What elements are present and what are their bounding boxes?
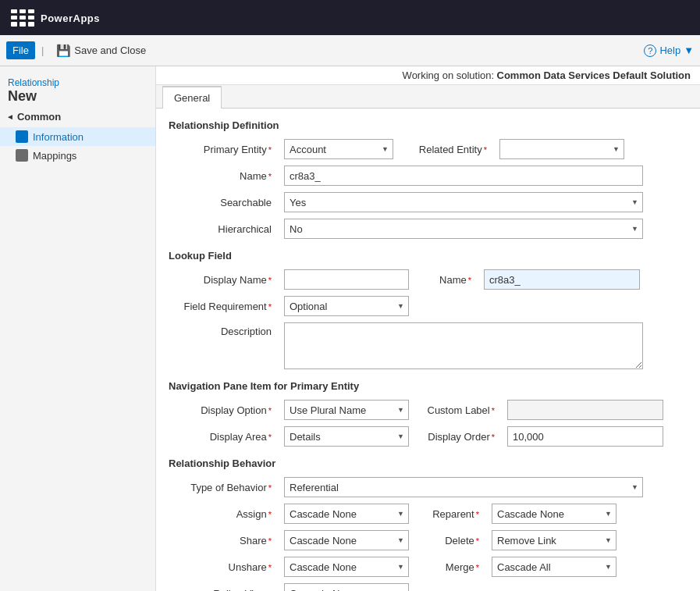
share-required: * (268, 536, 272, 546)
app-title: PowerApps (41, 9, 100, 26)
display-order-label: Display Order* (415, 431, 501, 443)
display-area-row: Display Area* Details Marketing Sales Di… (169, 426, 688, 447)
waffle-icon[interactable] (8, 6, 31, 30)
display-option-select[interactable]: Use Plural Name Use Custom Label Do Not … (284, 400, 409, 420)
description-textarea[interactable] (284, 322, 643, 369)
sidebar-header: Relationship New (0, 73, 155, 106)
primary-entity-select-wrap: Account (284, 139, 393, 159)
sidebar-item-mappings[interactable]: Mappings (0, 146, 155, 165)
display-name-required: * (268, 276, 272, 285)
assign-reparent-row: Assign* Cascade None Cascade All Reparen… (169, 504, 688, 524)
name2-label: Name* (415, 274, 478, 286)
name2-input[interactable]: cr8a3_ (484, 269, 640, 290)
display-option-required: * (268, 406, 272, 415)
delete-label: Delete* (415, 535, 485, 546)
toolbar-left: File | 💾 Save and Close (6, 41, 152, 61)
display-area-select[interactable]: Details Marketing Sales (284, 426, 409, 447)
display-area-select-wrap: Details Marketing Sales (284, 426, 409, 447)
display-option-label: Display Option* (169, 404, 278, 416)
type-behavior-label: Type of Behavior* (169, 482, 278, 493)
primary-entity-select[interactable]: Account (284, 139, 393, 159)
share-delete-row: Share* Cascade None Cascade All Delete* … (169, 530, 688, 550)
content-area: Relationship New ◄ Common Information Ma… (0, 66, 700, 591)
main-panel: Working on solution: Common Data Service… (156, 66, 700, 591)
mappings-icon (16, 149, 28, 162)
sidebar-section-label: Common (17, 111, 61, 123)
primary-entity-row: Primary Entity* Account Related Entity* (169, 139, 688, 159)
primary-entity-label: Primary Entity* (169, 144, 278, 155)
name-input[interactable]: cr8a3_ (284, 166, 643, 186)
rollup-select-wrap: Cascade None Cascade All (284, 583, 409, 591)
related-entity-select-wrap (499, 139, 624, 159)
description-label: Description (169, 322, 278, 337)
rollup-select[interactable]: Cascade None Cascade All (284, 583, 409, 591)
unshare-label: Unshare* (169, 561, 278, 573)
assign-required: * (268, 510, 272, 519)
field-req-required: * (268, 302, 272, 312)
hierarchical-row: Hierarchical No Yes (169, 219, 688, 239)
file-button[interactable]: File (6, 41, 35, 59)
merge-required: * (476, 563, 479, 572)
arrow-icon: ◄ (6, 112, 14, 121)
display-option-select-wrap: Use Plural Name Use Custom Label Do Not … (284, 400, 409, 420)
share-label: Share* (169, 535, 278, 546)
assign-label: Assign* (169, 508, 278, 520)
display-name-label: Display Name* (169, 274, 278, 286)
name-label: Name* (169, 170, 278, 182)
custom-label-required: * (492, 406, 495, 415)
searchable-select[interactable]: Yes No (284, 192, 643, 212)
rel-def-section-title: Relationship Definition (169, 119, 688, 131)
reparent-select-wrap: Cascade None Cascade All (492, 504, 616, 524)
delete-select[interactable]: Remove Link Cascade All Cascade None (492, 530, 616, 550)
type-behavior-required: * (268, 483, 272, 493)
working-on-bar: Working on solution: Common Data Service… (156, 66, 700, 85)
sidebar-item-information[interactable]: Information (0, 127, 155, 146)
sidebar-new-label: New (8, 88, 37, 104)
hierarchical-label: Hierarchical (169, 223, 278, 235)
unshare-merge-row: Unshare* Cascade None Cascade All Merge*… (169, 557, 688, 577)
help-chevron-icon: ▼ (684, 45, 694, 56)
type-behavior-select-wrap: Referential Parental Custom (284, 477, 643, 497)
related-entity-select[interactable] (499, 139, 624, 159)
top-bar: PowerApps (0, 0, 700, 35)
searchable-label: Searchable (169, 197, 278, 208)
custom-label-input[interactable] (507, 400, 663, 420)
name2-required: * (468, 276, 471, 285)
name-required: * (268, 172, 272, 181)
information-icon (16, 130, 28, 143)
help-button[interactable]: ? Help ▼ (644, 45, 694, 57)
primary-entity-required: * (268, 145, 272, 155)
assign-select[interactable]: Cascade None Cascade All (284, 504, 409, 524)
reparent-label: Reparent* (415, 508, 485, 520)
hierarchical-select[interactable]: No Yes (284, 219, 643, 239)
related-entity-required: * (484, 145, 487, 155)
reparent-select[interactable]: Cascade None Cascade All (492, 504, 616, 524)
reparent-required: * (476, 510, 479, 519)
delete-select-wrap: Remove Link Cascade All Cascade None (492, 530, 616, 550)
share-select[interactable]: Cascade None Cascade All (284, 530, 409, 550)
type-behavior-select[interactable]: Referential Parental Custom (284, 477, 643, 497)
form-content: Relationship Definition Primary Entity* … (156, 109, 700, 591)
unshare-select-wrap: Cascade None Cascade All (284, 557, 409, 577)
sidebar: Relationship New ◄ Common Information Ma… (0, 66, 156, 591)
sidebar-item-information-label: Information (33, 131, 84, 143)
field-req-select[interactable]: Optional Required Recommended (284, 296, 409, 316)
display-name-input[interactable] (284, 269, 409, 290)
working-on-label: Working on solution: (403, 69, 495, 81)
field-req-label: Field Requirement* (169, 301, 278, 312)
merge-select[interactable]: Cascade All Cascade None (492, 557, 616, 577)
merge-select-wrap: Cascade All Cascade None (492, 557, 616, 577)
save-close-button[interactable]: 💾 Save and Close (50, 41, 152, 61)
tab-general[interactable]: General (162, 86, 222, 109)
searchable-row: Searchable Yes No (169, 192, 688, 212)
rel-behavior-section-title: Relationship Behavior (169, 457, 688, 469)
display-order-required: * (492, 433, 495, 442)
searchable-select-wrap: Yes No (284, 192, 643, 212)
save-icon: 💾 (56, 44, 71, 58)
sidebar-section-toggle[interactable]: ◄ Common (0, 106, 155, 127)
hierarchical-select-wrap: No Yes (284, 219, 643, 239)
unshare-select[interactable]: Cascade None Cascade All (284, 557, 409, 577)
display-order-input[interactable]: 10,000 (507, 426, 663, 447)
custom-label-label: Custom Label* (415, 404, 501, 416)
nav-pane-section-title: Navigation Pane Item for Primary Entity (169, 380, 688, 392)
